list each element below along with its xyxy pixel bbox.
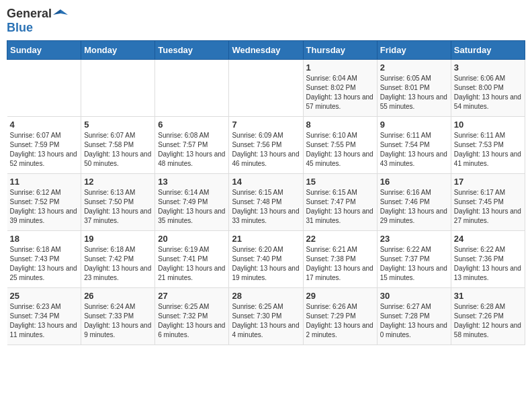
day-number: 4 — [10, 120, 79, 130]
day-detail: Sunrise: 6:22 AMSunset: 7:37 PMDaylight:… — [380, 245, 448, 283]
day-number: 26 — [84, 291, 152, 301]
day-detail: Sunrise: 6:20 AMSunset: 7:40 PMDaylight:… — [232, 245, 300, 283]
day-detail: Sunrise: 6:12 AMSunset: 7:52 PMDaylight:… — [10, 188, 79, 226]
calendar-cell: 8Sunrise: 6:10 AMSunset: 7:55 PMDaylight… — [303, 117, 377, 174]
day-number: 12 — [84, 177, 152, 187]
day-number: 9 — [380, 120, 448, 130]
day-number: 16 — [380, 177, 448, 187]
calendar-cell: 17Sunrise: 6:17 AMSunset: 7:45 PMDayligh… — [451, 174, 525, 231]
day-detail: Sunrise: 6:08 AMSunset: 7:57 PMDaylight:… — [158, 131, 226, 169]
logo-general-text: General — [7, 7, 52, 21]
calendar-week-4: 18Sunrise: 6:18 AMSunset: 7:43 PMDayligh… — [7, 231, 525, 288]
calendar-cell — [155, 60, 229, 117]
calendar-cell — [7, 60, 81, 117]
day-detail: Sunrise: 6:16 AMSunset: 7:46 PMDaylight:… — [380, 188, 448, 226]
day-detail: Sunrise: 6:24 AMSunset: 7:33 PMDaylight:… — [84, 302, 152, 340]
calendar-cell: 11Sunrise: 6:12 AMSunset: 7:52 PMDayligh… — [7, 174, 81, 231]
logo-blue-text: Blue — [7, 21, 33, 34]
calendar-cell: 20Sunrise: 6:19 AMSunset: 7:41 PMDayligh… — [155, 231, 229, 288]
day-number: 20 — [158, 234, 226, 244]
header: General Blue — [7, 7, 525, 35]
calendar-cell — [81, 60, 155, 117]
svg-marker-0 — [60, 9, 68, 15]
calendar-cell: 2Sunrise: 6:05 AMSunset: 8:01 PMDaylight… — [377, 60, 451, 117]
calendar-cell: 12Sunrise: 6:13 AMSunset: 7:50 PMDayligh… — [81, 174, 155, 231]
day-number: 10 — [454, 120, 522, 130]
calendar-cell: 25Sunrise: 6:23 AMSunset: 7:34 PMDayligh… — [7, 288, 81, 345]
day-detail: Sunrise: 6:13 AMSunset: 7:50 PMDaylight:… — [84, 188, 152, 226]
day-number: 23 — [380, 234, 448, 244]
day-detail: Sunrise: 6:05 AMSunset: 8:01 PMDaylight:… — [380, 74, 448, 111]
calendar-cell: 10Sunrise: 6:11 AMSunset: 7:53 PMDayligh… — [451, 117, 525, 174]
day-number: 11 — [10, 177, 79, 187]
svg-marker-1 — [53, 9, 60, 15]
calendar-cell: 5Sunrise: 6:07 AMSunset: 7:58 PMDaylight… — [81, 117, 155, 174]
day-detail: Sunrise: 6:26 AMSunset: 7:29 PMDaylight:… — [306, 302, 374, 340]
day-number: 24 — [454, 234, 522, 244]
calendar-week-3: 11Sunrise: 6:12 AMSunset: 7:52 PMDayligh… — [7, 174, 525, 231]
day-number: 14 — [232, 177, 300, 187]
header-row: SundayMondayTuesdayWednesdayThursdayFrid… — [7, 41, 525, 60]
day-number: 7 — [232, 120, 300, 130]
calendar-cell: 13Sunrise: 6:14 AMSunset: 7:49 PMDayligh… — [155, 174, 229, 231]
day-number: 28 — [232, 291, 300, 301]
day-detail: Sunrise: 6:07 AMSunset: 7:59 PMDaylight:… — [10, 131, 79, 169]
calendar-cell: 15Sunrise: 6:15 AMSunset: 7:47 PMDayligh… — [303, 174, 377, 231]
calendar-week-1: 1Sunrise: 6:04 AMSunset: 8:02 PMDaylight… — [7, 60, 525, 117]
day-detail: Sunrise: 6:17 AMSunset: 7:45 PMDaylight:… — [454, 188, 522, 226]
day-number: 31 — [454, 291, 522, 301]
day-number: 13 — [158, 177, 226, 187]
calendar-table: SundayMondayTuesdayWednesdayThursdayFrid… — [7, 40, 525, 345]
logo: General Blue — [7, 7, 68, 35]
day-detail: Sunrise: 6:06 AMSunset: 8:00 PMDaylight:… — [454, 74, 522, 111]
calendar-cell: 7Sunrise: 6:09 AMSunset: 7:56 PMDaylight… — [229, 117, 303, 174]
day-detail: Sunrise: 6:07 AMSunset: 7:58 PMDaylight:… — [84, 131, 152, 169]
day-number: 21 — [232, 234, 300, 244]
calendar-cell: 26Sunrise: 6:24 AMSunset: 7:33 PMDayligh… — [81, 288, 155, 345]
calendar-cell: 3Sunrise: 6:06 AMSunset: 8:00 PMDaylight… — [451, 60, 525, 117]
calendar-header: SundayMondayTuesdayWednesdayThursdayFrid… — [7, 41, 525, 60]
calendar-cell: 31Sunrise: 6:28 AMSunset: 7:26 PMDayligh… — [451, 288, 525, 345]
day-number: 27 — [158, 291, 226, 301]
day-detail: Sunrise: 6:14 AMSunset: 7:49 PMDaylight:… — [158, 188, 226, 226]
calendar-cell: 1Sunrise: 6:04 AMSunset: 8:02 PMDaylight… — [303, 60, 377, 117]
day-detail: Sunrise: 6:25 AMSunset: 7:30 PMDaylight:… — [232, 302, 300, 340]
day-detail: Sunrise: 6:23 AMSunset: 7:34 PMDaylight:… — [10, 302, 79, 340]
day-detail: Sunrise: 6:18 AMSunset: 7:43 PMDaylight:… — [10, 245, 79, 283]
calendar-cell: 14Sunrise: 6:15 AMSunset: 7:48 PMDayligh… — [229, 174, 303, 231]
calendar-cell: 4Sunrise: 6:07 AMSunset: 7:59 PMDaylight… — [7, 117, 81, 174]
calendar-cell: 24Sunrise: 6:22 AMSunset: 7:36 PMDayligh… — [451, 231, 525, 288]
day-detail: Sunrise: 6:10 AMSunset: 7:55 PMDaylight:… — [306, 131, 374, 169]
day-detail: Sunrise: 6:15 AMSunset: 7:47 PMDaylight:… — [306, 188, 374, 226]
header-day-thursday: Thursday — [303, 41, 377, 60]
calendar-cell: 30Sunrise: 6:27 AMSunset: 7:28 PMDayligh… — [377, 288, 451, 345]
day-detail: Sunrise: 6:19 AMSunset: 7:41 PMDaylight:… — [158, 245, 226, 283]
day-number: 3 — [454, 62, 522, 73]
header-day-friday: Friday — [377, 41, 451, 60]
calendar-cell: 27Sunrise: 6:25 AMSunset: 7:32 PMDayligh… — [155, 288, 229, 345]
calendar-cell: 9Sunrise: 6:11 AMSunset: 7:54 PMDaylight… — [377, 117, 451, 174]
day-detail: Sunrise: 6:11 AMSunset: 7:53 PMDaylight:… — [454, 131, 522, 169]
calendar-cell: 6Sunrise: 6:08 AMSunset: 7:57 PMDaylight… — [155, 117, 229, 174]
calendar-cell: 28Sunrise: 6:25 AMSunset: 7:30 PMDayligh… — [229, 288, 303, 345]
header-day-monday: Monday — [81, 41, 155, 60]
calendar-body: 1Sunrise: 6:04 AMSunset: 8:02 PMDaylight… — [7, 60, 525, 345]
day-detail: Sunrise: 6:21 AMSunset: 7:38 PMDaylight:… — [306, 245, 374, 283]
day-detail: Sunrise: 6:04 AMSunset: 8:02 PMDaylight:… — [306, 74, 374, 111]
day-number: 18 — [10, 234, 79, 244]
calendar-cell: 21Sunrise: 6:20 AMSunset: 7:40 PMDayligh… — [229, 231, 303, 288]
header-day-sunday: Sunday — [7, 41, 81, 60]
header-day-saturday: Saturday — [451, 41, 525, 60]
day-number: 30 — [380, 291, 448, 301]
day-detail: Sunrise: 6:18 AMSunset: 7:42 PMDaylight:… — [84, 245, 152, 283]
header-day-tuesday: Tuesday — [155, 41, 229, 60]
day-number: 19 — [84, 234, 152, 244]
day-number: 25 — [10, 291, 79, 301]
header-day-wednesday: Wednesday — [229, 41, 303, 60]
day-number: 29 — [306, 291, 374, 301]
day-detail: Sunrise: 6:27 AMSunset: 7:28 PMDaylight:… — [380, 302, 448, 340]
day-detail: Sunrise: 6:09 AMSunset: 7:56 PMDaylight:… — [232, 131, 300, 169]
calendar-cell: 16Sunrise: 6:16 AMSunset: 7:46 PMDayligh… — [377, 174, 451, 231]
day-number: 15 — [306, 177, 374, 187]
calendar-cell: 19Sunrise: 6:18 AMSunset: 7:42 PMDayligh… — [81, 231, 155, 288]
